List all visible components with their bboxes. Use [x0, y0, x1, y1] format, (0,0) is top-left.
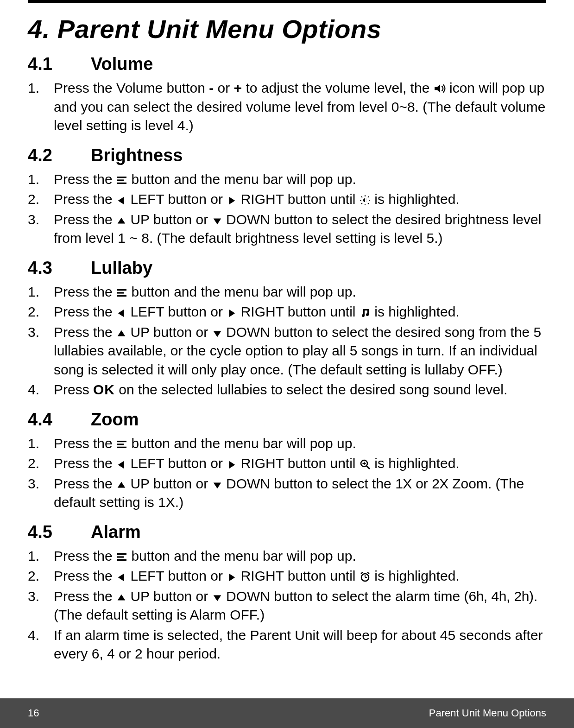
left-arrow-icon [116, 460, 126, 470]
page: 4. Parent Unit Menu Options 4.1 Volume 1… [0, 0, 574, 728]
music-icon [360, 307, 371, 318]
right-arrow-icon [227, 308, 237, 318]
list-item: 1. Press the button and the menu bar wil… [28, 283, 546, 302]
brightness-icon [360, 195, 371, 206]
list-item: 2. Press the LEFT button or RIGHT button… [28, 303, 546, 322]
up-arrow-icon [116, 216, 126, 226]
section-brightness: 4.2 Brightness 1. Press the button and t… [28, 146, 546, 248]
zoom-2x-label: 2X [432, 476, 448, 491]
footer-label: Parent Unit Menu Options [429, 707, 546, 719]
section-number: 4.5 [28, 522, 69, 542]
section-name: Brightness [91, 146, 183, 165]
zoom-1x-label: 1X [395, 476, 412, 491]
speaker-icon [434, 82, 446, 95]
list-item: 1. Press the button and the menu bar wil… [28, 170, 546, 189]
up-arrow-icon [116, 480, 126, 490]
down-arrow-icon [212, 216, 222, 226]
list-item: 2. Press the LEFT button or RIGHT button… [28, 190, 546, 209]
list-item: 3. Press the UP button or DOWN button to… [28, 323, 546, 380]
up-arrow-icon [116, 593, 126, 603]
menu-icon [116, 551, 127, 563]
section-name: Lullaby [91, 258, 152, 278]
list-item: 3. Press the UP button or DOWN button to… [28, 587, 546, 625]
section-volume: 4.1 Volume 1. Press the Volume button - … [28, 54, 546, 135]
list-item: 4. If an alarm time is selected, the Par… [28, 626, 546, 664]
list-item: 1. Press the Volume button - or + to adj… [28, 79, 546, 135]
list-item: 3. Press the UP button or DOWN button to… [28, 475, 546, 512]
list-item: 1. Press the button and the menu bar wil… [28, 547, 546, 566]
top-rule [28, 0, 546, 3]
list-item: 2. Press the LEFT button or RIGHT button… [28, 454, 546, 473]
menu-icon [116, 175, 127, 186]
section-alarm: 4.5 Alarm 1. Press the button and the me… [28, 522, 546, 664]
section-name: Alarm [91, 522, 141, 542]
zoom-icon [360, 459, 371, 470]
alarm-6h-label: 6h [468, 589, 483, 604]
list-item: 2. Press the LEFT button or RIGHT button… [28, 567, 546, 586]
section-name: Zoom [91, 410, 139, 430]
down-arrow-icon [212, 329, 222, 339]
alarm-icon [360, 571, 371, 582]
list-item: 3. Press the UP button or DOWN button to… [28, 210, 546, 248]
section-name: Volume [91, 54, 153, 74]
up-arrow-icon [116, 329, 126, 339]
down-arrow-icon [212, 593, 222, 603]
right-arrow-icon [227, 196, 237, 206]
section-number: 4.3 [28, 258, 69, 278]
down-arrow-icon [212, 480, 222, 490]
minus-label: - [209, 80, 214, 95]
footer: 16 Parent Unit Menu Options [0, 698, 574, 728]
section-number: 4.4 [28, 410, 69, 430]
menu-icon [116, 287, 127, 298]
section-lullaby: 4.3 Lullaby 1. Press the button and the … [28, 258, 546, 399]
left-arrow-icon [116, 572, 126, 582]
section-zoom: 4.4 Zoom 1. Press the button and the men… [28, 410, 546, 512]
ok-label: OK [93, 382, 115, 397]
alarm-2h-label: 2h [514, 589, 529, 604]
page-number: 16 [28, 707, 39, 719]
left-arrow-icon [116, 308, 126, 318]
right-arrow-icon [227, 460, 237, 470]
plus-label: + [234, 80, 242, 95]
list-item: 1. Press the button and the menu bar wil… [28, 434, 546, 453]
list-item: 4. Press OK on the selected lullabies to… [28, 380, 546, 399]
section-number: 4.2 [28, 146, 69, 165]
right-arrow-icon [227, 572, 237, 582]
alarm-4h-label: 4h [492, 589, 506, 604]
page-title: 4. Parent Unit Menu Options [28, 14, 546, 44]
menu-icon [116, 439, 127, 450]
step-number: 1. [28, 79, 54, 135]
left-arrow-icon [116, 196, 126, 206]
section-number: 4.1 [28, 54, 69, 74]
